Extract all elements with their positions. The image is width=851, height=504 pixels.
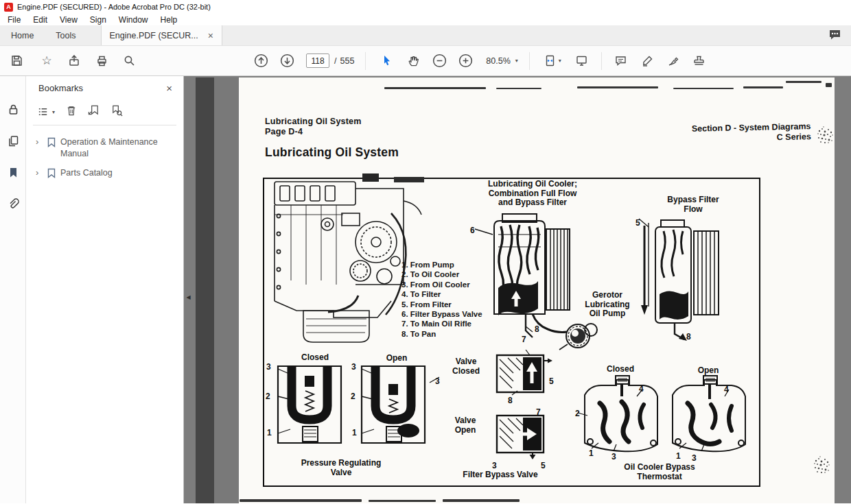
select-tool-button[interactable] <box>378 52 395 70</box>
tab-home[interactable]: Home <box>0 25 45 45</box>
chevron-down-icon: ▾ <box>559 58 561 64</box>
zoom-out-button[interactable] <box>431 52 447 70</box>
toolbar-separator <box>601 52 602 70</box>
scroll-mode-button[interactable] <box>574 52 590 70</box>
callout-number: 3 <box>435 376 440 386</box>
scan-mark <box>443 499 520 502</box>
scan-mark <box>577 86 658 88</box>
highlighter-icon <box>641 54 654 67</box>
share-icon <box>68 54 81 67</box>
paperclip-icon <box>7 197 20 211</box>
collapse-panel-button[interactable]: ◀ <box>184 287 193 307</box>
share-button[interactable] <box>66 52 82 70</box>
callout-number: 1 <box>352 428 357 437</box>
callout-number: 8 <box>535 324 539 334</box>
stamp-button[interactable] <box>691 52 708 70</box>
bookmarks-close-icon[interactable]: × <box>166 82 172 94</box>
security-panel-button[interactable] <box>0 95 26 123</box>
fbv-open-label: Valve Open <box>438 416 493 435</box>
scan-mark <box>786 81 821 83</box>
bypass-title-label: Bypass Filter Flow <box>645 195 741 214</box>
zoom-in-button[interactable] <box>457 52 474 70</box>
scan-edge-shadow <box>196 77 214 503</box>
gerotor-title-label: Gerotor Lubricating Oil Pump <box>569 291 646 319</box>
menu-window[interactable]: Window <box>113 15 154 25</box>
comment-button[interactable] <box>613 52 629 70</box>
callout-number: 5 <box>549 376 554 386</box>
callout-number: 2 <box>266 392 270 401</box>
find-bookmark-icon[interactable] <box>110 104 123 119</box>
acrobat-app-icon: A <box>4 3 13 12</box>
bookmark-item-operation-maintenance[interactable]: › Operation & Maintenance Manual <box>34 132 178 163</box>
bookmark-item-label: Parts Catalog <box>60 167 113 179</box>
bookmark-flag-icon <box>47 137 56 147</box>
prv-closed-label: Closed <box>288 353 342 363</box>
save-file-button[interactable] <box>8 52 25 70</box>
favorites-button[interactable]: ☆ <box>38 52 55 70</box>
callout-number: 6 <box>470 226 475 235</box>
menu-view[interactable]: View <box>54 15 84 25</box>
legend-line: 1. From Pump <box>401 260 482 269</box>
callout-number: 3 <box>492 461 497 470</box>
expand-icon[interactable]: › <box>36 136 44 147</box>
topic-title: Lubricating Oil System <box>265 117 362 127</box>
previous-page-button[interactable] <box>253 52 269 70</box>
arrow-up-icon <box>254 53 268 68</box>
page-header-right: Section D - System Diagrams C Series <box>692 121 811 145</box>
stamp-icon <box>692 54 706 67</box>
bookmarks-tree: › Operation & Maintenance Manual › Parts… <box>26 125 183 183</box>
tab-tools[interactable]: Tools <box>45 25 86 45</box>
tab-close-icon[interactable]: × <box>208 31 213 40</box>
bookmark-item-label: Operation & Maintenance Manual <box>60 136 173 159</box>
tab-document[interactable]: Engine.PDF (SECUR... × <box>101 25 222 45</box>
attachments-panel-button[interactable] <box>0 190 26 217</box>
prv-open-label: Open <box>369 354 424 363</box>
bookmark-item-parts-catalog[interactable]: › Parts Catalog <box>34 163 178 183</box>
callout-number: 8 <box>686 332 691 341</box>
highlight-button[interactable] <box>640 52 656 70</box>
scan-mark <box>496 88 541 89</box>
legend-line: 3. From Oil Cooler <box>401 280 482 289</box>
menu-sign[interactable]: Sign <box>84 15 113 25</box>
diagram-legend: 1. From Pump 2. To Oil Cooler 3. From Oi… <box>401 260 482 339</box>
callout-number: 4 <box>639 384 644 394</box>
filter-bypass-valve-illustration <box>487 350 552 459</box>
pdf-page: Lubricating Oil System Page D-4 Section … <box>196 77 835 503</box>
legend-line: 6. Filter Bypass Valve <box>401 309 482 319</box>
minus-icon <box>432 53 447 68</box>
menu-help[interactable]: Help <box>154 15 184 25</box>
find-button[interactable] <box>121 52 137 70</box>
options-menu-icon[interactable]: ▾ <box>37 106 55 118</box>
pages-panel-button[interactable] <box>0 127 26 154</box>
hand-tool-button[interactable] <box>405 52 421 70</box>
document-pane: ◀ Lubricating Oil System P <box>184 76 851 503</box>
page-fit-dropdown[interactable]: ▾ <box>541 52 564 70</box>
new-bookmark-icon[interactable] <box>88 104 100 119</box>
bookmarks-panel: Bookmarks × ▾ › Operation & Maintenance … <box>26 76 184 503</box>
window-title: Engine.PDF (SECURED) - Adobe Acrobat Pro… <box>17 3 211 11</box>
callout-number: 2 <box>575 409 580 418</box>
print-button[interactable] <box>93 52 110 70</box>
next-page-button[interactable] <box>279 52 295 70</box>
zoom-level-dropdown[interactable]: 80.5% ▾ <box>486 56 517 66</box>
page-number-input[interactable] <box>306 53 329 68</box>
callout-number: 4 <box>724 385 729 394</box>
expand-icon[interactable]: › <box>36 167 44 178</box>
callout-number: 3 <box>351 362 356 372</box>
monitor-icon <box>575 54 588 67</box>
sign-button[interactable] <box>666 52 682 70</box>
scan-mark <box>384 87 486 89</box>
scan-mark <box>826 83 832 87</box>
search-icon <box>123 54 136 67</box>
plus-icon <box>458 53 473 68</box>
menubar: File Edit View Sign Window Help <box>0 14 851 25</box>
menu-file[interactable]: File <box>1 15 27 25</box>
menu-edit[interactable]: Edit <box>27 15 54 25</box>
callout-number: 1 <box>267 428 272 437</box>
bookmarks-panel-button[interactable] <box>0 158 26 186</box>
notifications-icon[interactable] <box>828 29 841 43</box>
page-divider: / <box>334 56 336 66</box>
delete-bookmark-icon[interactable] <box>65 104 78 119</box>
callout-number: 8 <box>508 396 513 405</box>
scan-speckle <box>815 125 835 145</box>
